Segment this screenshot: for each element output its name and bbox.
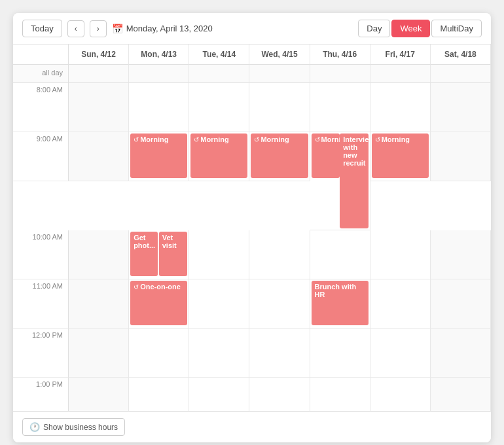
prev-icon: ‹ (75, 24, 77, 33)
multiday-view-button[interactable]: MultiDay (431, 20, 482, 37)
cell-11am-fri[interactable] (370, 279, 431, 329)
cell-10am-fri[interactable] (370, 230, 431, 279)
header-tue: Tue, 4/14 (189, 44, 249, 65)
cell-12pm-thu[interactable] (310, 329, 370, 378)
cell-10am-mon[interactable]: Get phot... Vet visit (129, 230, 189, 279)
event-morning-wed[interactable]: ↺Morning (251, 134, 308, 178)
cell-9am-fri[interactable]: ↺Morning (370, 132, 431, 181)
cell-11am-tue[interactable] (189, 279, 249, 329)
recur-icon-morning-thu: ↺ (315, 136, 320, 143)
calendar-container: Today ‹ › 📅 Monday, April 13, 2020 Day W… (13, 13, 491, 442)
cell-10am-thu[interactable] (310, 230, 370, 279)
cell-1pm-tue[interactable] (189, 378, 249, 411)
today-button[interactable]: Today (22, 20, 62, 37)
allday-sun (69, 65, 129, 83)
header-sun: Sun, 4/12 (69, 44, 129, 65)
allday-mon (129, 65, 189, 83)
recur-icon-morning-tue: ↺ (194, 136, 199, 143)
cell-10am-wed[interactable] (249, 230, 310, 279)
cell-1pm-wed[interactable] (249, 378, 310, 411)
event-morning-thu-title: Morning (321, 135, 340, 143)
cell-9am-sun[interactable] (69, 132, 129, 181)
event-morning-tue-title: Morning (200, 135, 228, 143)
time-9am: 9:00 AM (13, 132, 69, 181)
date-display: Monday, April 13, 2020 (126, 24, 213, 33)
cell-9am-mon[interactable]: ↺Morning (129, 132, 189, 181)
cell-10am-tue[interactable] (189, 230, 249, 279)
event-brunch-thu[interactable]: Brunch with HR (312, 281, 369, 325)
event-one-on-one-mon-title: One-on-one (140, 283, 181, 291)
event-brunch-thu-title: Brunch with HR (315, 283, 357, 298)
cell-11am-mon[interactable]: ↺One-on-one (129, 279, 189, 329)
allday-sat (431, 65, 491, 83)
allday-tue (189, 65, 249, 83)
cell-12pm-sat[interactable] (431, 329, 491, 378)
cell-11am-sat[interactable] (431, 279, 491, 329)
cell-9am-tue[interactable]: ↺Morning (189, 132, 249, 181)
cell-12pm-tue[interactable] (189, 329, 249, 378)
cell-11am-thu[interactable]: Brunch with HR (310, 279, 370, 329)
cell-11am-sun[interactable] (69, 279, 129, 329)
header-thu: Thu, 4/16 (310, 44, 370, 65)
cell-8am-mon[interactable] (129, 83, 189, 132)
prev-button[interactable]: ‹ (67, 20, 84, 37)
cell-1pm-sat[interactable] (431, 378, 491, 411)
cell-8am-sat[interactable] (431, 83, 491, 132)
event-get-photo-mon-title: Get phot... (134, 234, 155, 249)
toolbar: Today ‹ › 📅 Monday, April 13, 2020 Day W… (13, 13, 491, 44)
cell-12pm-mon[interactable] (129, 329, 189, 378)
next-button[interactable]: › (90, 20, 107, 37)
clock-icon: 🕐 (29, 422, 40, 432)
cell-12pm-sun[interactable] (69, 329, 129, 378)
cell-9am-sat[interactable] (431, 132, 491, 181)
calendar-grid-wrapper: Sun, 4/12 Mon, 4/13 Tue, 4/14 Wed, 4/15 … (13, 44, 491, 411)
time-8am: 8:00 AM (13, 83, 69, 132)
event-interview-thu-title: Interview with new recruit (343, 135, 369, 167)
cell-1pm-mon[interactable] (129, 378, 189, 411)
time-12pm: 12:00 PM (13, 329, 69, 378)
event-one-on-one-mon[interactable]: ↺One-on-one (130, 281, 187, 325)
event-morning-thu[interactable]: ↺Morning (312, 134, 340, 178)
event-morning-fri-title: Morning (382, 135, 410, 143)
recur-icon-one-on-one: ↺ (134, 283, 139, 291)
event-morning-fri[interactable]: ↺Morning (372, 134, 429, 178)
allday-wed (249, 65, 310, 83)
event-vet-visit-mon[interactable]: Vet visit (159, 232, 188, 276)
week-view-button[interactable]: Week (391, 20, 430, 37)
cell-1pm-fri[interactable] (370, 378, 431, 411)
cell-10am-sun[interactable] (69, 230, 129, 279)
cell-8am-thu[interactable] (310, 83, 370, 132)
cell-1pm-sun[interactable] (69, 378, 129, 411)
cell-12pm-wed[interactable] (249, 329, 310, 378)
header-mon: Mon, 4/13 (129, 44, 189, 65)
event-get-photo-mon[interactable]: Get phot... (130, 232, 158, 276)
cell-8am-sun[interactable] (69, 83, 129, 132)
cell-10am-sat[interactable] (431, 230, 491, 279)
event-vet-visit-mon-title: Vet visit (162, 234, 177, 249)
event-morning-tue[interactable]: ↺Morning (190, 134, 247, 178)
cell-9am-thu[interactable]: ↺Morning Interview with new recruit (310, 132, 370, 230)
allday-thu (310, 65, 370, 83)
footer-bar: 🕐 Show business hours (13, 411, 491, 442)
cell-8am-tue[interactable] (189, 83, 249, 132)
calendar-grid: Sun, 4/12 Mon, 4/13 Tue, 4/14 Wed, 4/15 … (13, 44, 491, 411)
show-hours-label: Show business hours (43, 423, 118, 432)
recur-icon-morning-wed: ↺ (254, 136, 259, 143)
cell-11am-wed[interactable] (249, 279, 310, 329)
time-10am: 10:00 AM (13, 230, 69, 279)
cell-12pm-fri[interactable] (370, 329, 431, 378)
cell-8am-wed[interactable] (249, 83, 310, 132)
show-hours-button[interactable]: 🕐 Show business hours (22, 418, 125, 436)
recur-icon-morning-fri: ↺ (375, 136, 380, 143)
event-morning-mon[interactable]: ↺Morning (130, 134, 187, 178)
cell-8am-fri[interactable] (370, 83, 431, 132)
cell-1pm-thu[interactable] (310, 378, 370, 411)
calendar-icon: 📅 (112, 24, 123, 34)
time-11am: 11:00 AM (13, 279, 69, 329)
event-interview-thu[interactable]: Interview with new recruit (340, 134, 369, 228)
day-view-button[interactable]: Day (358, 20, 390, 37)
view-buttons: Day Week MultiDay (358, 20, 482, 37)
cell-9am-wed[interactable]: ↺Morning (249, 132, 310, 181)
allday-fri (370, 65, 431, 83)
event-morning-mon-title: Morning (140, 135, 168, 143)
